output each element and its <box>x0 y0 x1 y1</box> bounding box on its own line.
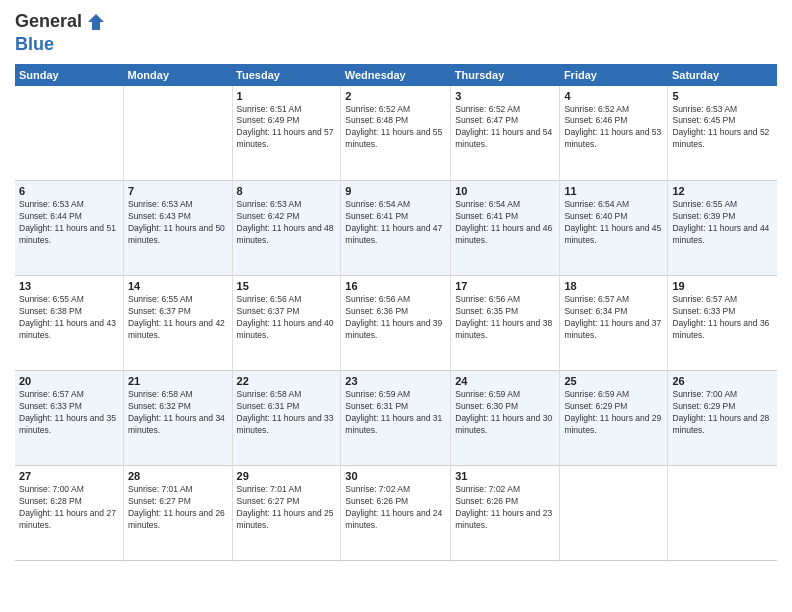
calendar-cell: 13Sunrise: 6:55 AM Sunset: 6:38 PM Dayli… <box>15 276 123 371</box>
calendar-cell: 24Sunrise: 6:59 AM Sunset: 6:30 PM Dayli… <box>451 371 560 466</box>
calendar-cell: 16Sunrise: 6:56 AM Sunset: 6:36 PM Dayli… <box>341 276 451 371</box>
day-header-saturday: Saturday <box>668 64 777 86</box>
day-info: Sunrise: 6:52 AM Sunset: 6:46 PM Dayligh… <box>564 104 663 152</box>
header-row: SundayMondayTuesdayWednesdayThursdayFrid… <box>15 64 777 86</box>
day-number: 19 <box>672 280 773 292</box>
day-info: Sunrise: 7:02 AM Sunset: 6:26 PM Dayligh… <box>455 484 555 532</box>
calendar-cell: 5Sunrise: 6:53 AM Sunset: 6:45 PM Daylig… <box>668 86 777 181</box>
day-number: 21 <box>128 375 228 387</box>
calendar-cell: 21Sunrise: 6:58 AM Sunset: 6:32 PM Dayli… <box>123 371 232 466</box>
day-number: 28 <box>128 470 228 482</box>
calendar-cell: 30Sunrise: 7:02 AM Sunset: 6:26 PM Dayli… <box>341 466 451 561</box>
calendar-cell: 26Sunrise: 7:00 AM Sunset: 6:29 PM Dayli… <box>668 371 777 466</box>
day-info: Sunrise: 6:51 AM Sunset: 6:49 PM Dayligh… <box>237 104 337 152</box>
calendar-cell: 10Sunrise: 6:54 AM Sunset: 6:41 PM Dayli… <box>451 181 560 276</box>
day-number: 27 <box>19 470 119 482</box>
day-number: 23 <box>345 375 446 387</box>
day-number: 24 <box>455 375 555 387</box>
calendar-cell: 27Sunrise: 7:00 AM Sunset: 6:28 PM Dayli… <box>15 466 123 561</box>
calendar-cell: 19Sunrise: 6:57 AM Sunset: 6:33 PM Dayli… <box>668 276 777 371</box>
day-header-tuesday: Tuesday <box>232 64 341 86</box>
calendar-cell: 14Sunrise: 6:55 AM Sunset: 6:37 PM Dayli… <box>123 276 232 371</box>
day-number: 4 <box>564 90 663 102</box>
day-info: Sunrise: 6:53 AM Sunset: 6:42 PM Dayligh… <box>237 199 337 247</box>
calendar-cell <box>560 466 668 561</box>
day-info: Sunrise: 6:57 AM Sunset: 6:33 PM Dayligh… <box>19 389 119 437</box>
day-number: 1 <box>237 90 337 102</box>
calendar-cell: 28Sunrise: 7:01 AM Sunset: 6:27 PM Dayli… <box>123 466 232 561</box>
day-number: 3 <box>455 90 555 102</box>
calendar-cell: 23Sunrise: 6:59 AM Sunset: 6:31 PM Dayli… <box>341 371 451 466</box>
day-number: 29 <box>237 470 337 482</box>
day-number: 12 <box>672 185 773 197</box>
day-header-friday: Friday <box>560 64 668 86</box>
day-info: Sunrise: 6:53 AM Sunset: 6:44 PM Dayligh… <box>19 199 119 247</box>
day-number: 16 <box>345 280 446 292</box>
day-info: Sunrise: 6:56 AM Sunset: 6:35 PM Dayligh… <box>455 294 555 342</box>
day-number: 7 <box>128 185 228 197</box>
day-number: 9 <box>345 185 446 197</box>
day-info: Sunrise: 6:52 AM Sunset: 6:48 PM Dayligh… <box>345 104 446 152</box>
day-number: 8 <box>237 185 337 197</box>
day-number: 6 <box>19 185 119 197</box>
day-number: 13 <box>19 280 119 292</box>
day-number: 11 <box>564 185 663 197</box>
calendar-cell: 18Sunrise: 6:57 AM Sunset: 6:34 PM Dayli… <box>560 276 668 371</box>
day-info: Sunrise: 6:54 AM Sunset: 6:41 PM Dayligh… <box>345 199 446 247</box>
week-row-2: 6Sunrise: 6:53 AM Sunset: 6:44 PM Daylig… <box>15 181 777 276</box>
day-info: Sunrise: 6:59 AM Sunset: 6:31 PM Dayligh… <box>345 389 446 437</box>
logo-blue: Blue <box>15 34 54 54</box>
calendar-cell: 1Sunrise: 6:51 AM Sunset: 6:49 PM Daylig… <box>232 86 341 181</box>
day-info: Sunrise: 6:58 AM Sunset: 6:31 PM Dayligh… <box>237 389 337 437</box>
day-header-wednesday: Wednesday <box>341 64 451 86</box>
day-number: 14 <box>128 280 228 292</box>
week-row-1: 1Sunrise: 6:51 AM Sunset: 6:49 PM Daylig… <box>15 86 777 181</box>
day-info: Sunrise: 6:53 AM Sunset: 6:43 PM Dayligh… <box>128 199 228 247</box>
week-row-3: 13Sunrise: 6:55 AM Sunset: 6:38 PM Dayli… <box>15 276 777 371</box>
header: General Blue <box>15 10 777 56</box>
calendar-cell: 12Sunrise: 6:55 AM Sunset: 6:39 PM Dayli… <box>668 181 777 276</box>
calendar-cell: 7Sunrise: 6:53 AM Sunset: 6:43 PM Daylig… <box>123 181 232 276</box>
day-number: 22 <box>237 375 337 387</box>
day-info: Sunrise: 7:02 AM Sunset: 6:26 PM Dayligh… <box>345 484 446 532</box>
day-number: 2 <box>345 90 446 102</box>
logo-general: General <box>15 11 82 31</box>
day-info: Sunrise: 6:54 AM Sunset: 6:40 PM Dayligh… <box>564 199 663 247</box>
calendar-cell: 17Sunrise: 6:56 AM Sunset: 6:35 PM Dayli… <box>451 276 560 371</box>
calendar-cell: 4Sunrise: 6:52 AM Sunset: 6:46 PM Daylig… <box>560 86 668 181</box>
day-info: Sunrise: 6:57 AM Sunset: 6:34 PM Dayligh… <box>564 294 663 342</box>
day-number: 5 <box>672 90 773 102</box>
calendar-table: SundayMondayTuesdayWednesdayThursdayFrid… <box>15 64 777 562</box>
calendar-cell: 25Sunrise: 6:59 AM Sunset: 6:29 PM Dayli… <box>560 371 668 466</box>
day-header-sunday: Sunday <box>15 64 123 86</box>
day-info: Sunrise: 6:58 AM Sunset: 6:32 PM Dayligh… <box>128 389 228 437</box>
week-row-5: 27Sunrise: 7:00 AM Sunset: 6:28 PM Dayli… <box>15 466 777 561</box>
day-number: 10 <box>455 185 555 197</box>
day-info: Sunrise: 6:55 AM Sunset: 6:37 PM Dayligh… <box>128 294 228 342</box>
day-number: 30 <box>345 470 446 482</box>
calendar-cell: 31Sunrise: 7:02 AM Sunset: 6:26 PM Dayli… <box>451 466 560 561</box>
day-info: Sunrise: 6:55 AM Sunset: 6:39 PM Dayligh… <box>672 199 773 247</box>
day-header-monday: Monday <box>123 64 232 86</box>
calendar-cell: 6Sunrise: 6:53 AM Sunset: 6:44 PM Daylig… <box>15 181 123 276</box>
calendar-cell: 15Sunrise: 6:56 AM Sunset: 6:37 PM Dayli… <box>232 276 341 371</box>
calendar-cell: 2Sunrise: 6:52 AM Sunset: 6:48 PM Daylig… <box>341 86 451 181</box>
day-header-thursday: Thursday <box>451 64 560 86</box>
day-info: Sunrise: 6:53 AM Sunset: 6:45 PM Dayligh… <box>672 104 773 152</box>
calendar-cell: 20Sunrise: 6:57 AM Sunset: 6:33 PM Dayli… <box>15 371 123 466</box>
day-info: Sunrise: 7:00 AM Sunset: 6:28 PM Dayligh… <box>19 484 119 532</box>
day-number: 20 <box>19 375 119 387</box>
day-number: 18 <box>564 280 663 292</box>
day-number: 15 <box>237 280 337 292</box>
week-row-4: 20Sunrise: 6:57 AM Sunset: 6:33 PM Dayli… <box>15 371 777 466</box>
day-info: Sunrise: 6:57 AM Sunset: 6:33 PM Dayligh… <box>672 294 773 342</box>
calendar-cell <box>668 466 777 561</box>
day-number: 26 <box>672 375 773 387</box>
day-info: Sunrise: 7:00 AM Sunset: 6:29 PM Dayligh… <box>672 389 773 437</box>
day-number: 31 <box>455 470 555 482</box>
day-number: 25 <box>564 375 663 387</box>
calendar-cell: 3Sunrise: 6:52 AM Sunset: 6:47 PM Daylig… <box>451 86 560 181</box>
day-info: Sunrise: 6:52 AM Sunset: 6:47 PM Dayligh… <box>455 104 555 152</box>
day-info: Sunrise: 6:55 AM Sunset: 6:38 PM Dayligh… <box>19 294 119 342</box>
day-info: Sunrise: 6:59 AM Sunset: 6:29 PM Dayligh… <box>564 389 663 437</box>
